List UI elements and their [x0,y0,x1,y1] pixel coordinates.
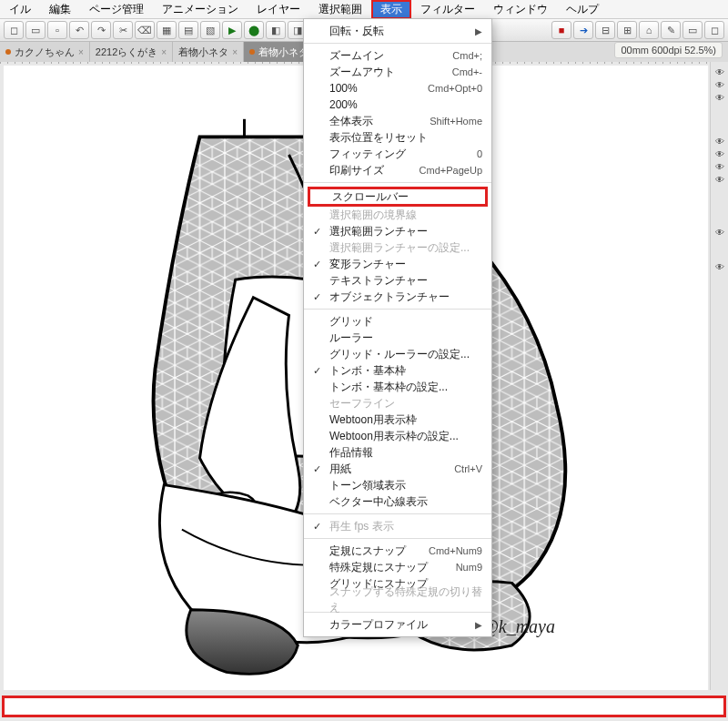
menu-アニメーション[interactable]: アニメーション [153,0,248,19]
close-icon[interactable]: × [78,47,84,57]
tool-undo[interactable]: ↶ [69,21,89,39]
tool-redo[interactable]: ↷ [91,21,111,39]
tool-k[interactable]: ▭ [682,21,703,39]
menu-item: 選択範囲の境界線 [304,207,491,223]
menu-item[interactable]: ルーラー [304,330,491,346]
tool-save[interactable]: ▫ [47,21,67,39]
chevron-right-icon: ▶ [475,620,482,630]
menu-選択範囲[interactable]: 選択範囲 [309,0,371,19]
menu-item: スナップする特殊定規の切り替え [304,592,491,608]
menu-item[interactable]: 200% [304,96,491,113]
tab[interactable]: カクノちゃん× [0,42,90,62]
menu-item[interactable]: Webtoon用表示枠の設定... [304,428,491,444]
menu-item[interactable]: トンボ・基本枠の設定... [304,379,491,395]
tool-a[interactable]: ▦ [157,21,177,39]
menu-item[interactable]: 特殊定規にスナップNum9 [304,559,491,575]
menu-フィルター[interactable]: フィルター [411,0,484,19]
menu-item[interactable]: 回転・反転▶ [304,23,491,39]
menu-item[interactable]: 用紙Ctrl+V [304,461,491,477]
menu-表示[interactable]: 表示 [371,0,411,19]
menu-item[interactable]: 表示位置をリセット [304,129,491,146]
menu-item[interactable]: フィッティング0 [304,146,491,162]
tool-stop[interactable]: ■ [551,21,571,39]
tab[interactable]: 着物小ネタ× [173,42,244,62]
menu-編集[interactable]: 編集 [40,0,80,19]
tool-clear[interactable]: ⌫ [135,21,155,39]
menu-item[interactable]: 定規にスナップCmd+Num9 [304,543,491,559]
menu-item[interactable]: スクロールバー [308,187,488,207]
tool-d[interactable]: ◧ [266,21,286,39]
tool-play[interactable]: ▶ [222,21,242,39]
menu-item[interactable]: グリッド・ルーラーの設定... [304,346,491,362]
status-label: 00mm 600dpi 52.5%) [614,42,723,58]
tool-h[interactable]: ⊞ [617,21,637,39]
menu-ページ管理[interactable]: ページ管理 [80,0,153,19]
menu-イル[interactable]: イル [0,0,40,19]
eye-icon[interactable]: 👁 [713,149,726,158]
menu-item[interactable]: 全体表示Shift+Home [304,113,491,129]
tool-j[interactable]: ✎ [661,21,681,39]
right-panel: 👁 👁 👁 👁 👁 👁 👁 👁 👁 [710,62,728,690]
view-menu-dropdown: 回転・反転▶ズームインCmd+;ズームアウトCmd+-100%Cmd+Opt+0… [303,18,492,637]
menu-item[interactable]: グリッド [304,313,491,330]
menu-item[interactable]: テキストランチャー [304,272,491,289]
bottom-highlight-box [2,696,726,717]
tool-c[interactable]: ▧ [200,21,220,39]
menu-item[interactable]: カラープロファイル▶ [304,616,491,633]
menu-item[interactable]: トンボ・基本枠 [304,362,491,379]
menu-item[interactable]: 作品情報 [304,444,491,461]
close-icon[interactable]: × [161,47,167,57]
tool-new[interactable]: ◻ [4,21,24,39]
menu-item[interactable]: トーン領域表示 [304,477,491,493]
tool-i[interactable]: ⌂ [639,21,659,39]
menu-ヘルプ[interactable]: ヘルプ [557,0,608,19]
eye-icon[interactable]: 👁 [713,262,726,271]
menubar: イル編集ページ管理アニメーションレイヤー選択範囲表示フィルターウィンドウヘルプ [0,0,728,18]
tool-cut[interactable]: ✂ [113,21,133,39]
menu-item: セーフライン [304,395,491,411]
menu-item[interactable]: Webtoon用表示枠 [304,411,491,428]
eye-icon[interactable]: 👁 [713,162,726,171]
menu-item: 再生 fps 表示 [304,518,491,534]
menu-item[interactable]: ズームアウトCmd+- [304,64,491,80]
close-icon[interactable]: × [232,47,238,57]
tool-open[interactable]: ▭ [25,21,46,39]
eye-icon[interactable]: 👁 [713,67,726,76]
menu-item[interactable]: 100%Cmd+Opt+0 [304,80,491,96]
eye-icon[interactable]: 👁 [713,175,726,184]
tool-b[interactable]: ▤ [178,21,198,39]
menu-item[interactable]: 選択範囲ランチャー [304,223,491,239]
menu-item[interactable]: 印刷サイズCmd+PageUp [304,162,491,178]
menu-ウィンドウ[interactable]: ウィンドウ [484,0,557,19]
menu-item[interactable]: 変形ランチャー [304,256,491,272]
menu-item: 選択範囲ランチャーの設定... [304,239,491,256]
menu-item[interactable]: オブジェクトランチャー [304,289,491,305]
tool-g[interactable]: ⊟ [595,21,615,39]
tool-next[interactable]: ➔ [573,21,593,39]
tool-rec[interactable]: ⬤ [244,21,264,39]
eye-icon[interactable]: 👁 [713,80,726,89]
menu-item[interactable]: ベクター中心線表示 [304,493,491,510]
menu-レイヤー[interactable]: レイヤー [248,0,309,19]
menu-item[interactable]: ズームインCmd+; [304,47,491,64]
eye-icon[interactable]: 👁 [713,137,726,146]
eye-icon[interactable]: 👁 [713,93,726,102]
tab[interactable]: 2212らくがき× [90,42,173,62]
eye-icon[interactable]: 👁 [713,228,726,237]
tool-l[interactable]: ◻ [704,21,724,39]
chevron-right-icon: ▶ [475,26,482,36]
